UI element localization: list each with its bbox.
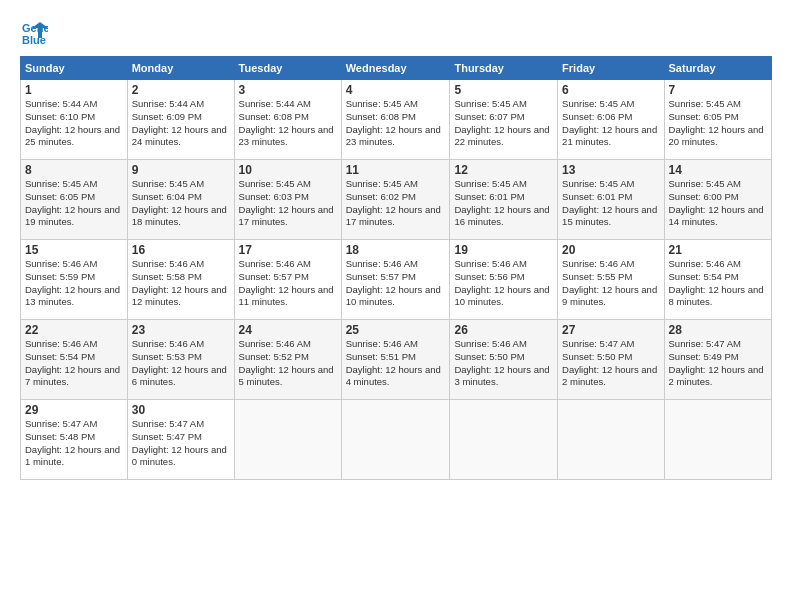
day-info: Sunrise: 5:47 AMSunset: 5:50 PMDaylight:… (562, 338, 657, 387)
calendar-cell: 21 Sunrise: 5:46 AMSunset: 5:54 PMDaylig… (664, 240, 771, 320)
calendar-cell: 4 Sunrise: 5:45 AMSunset: 6:08 PMDayligh… (341, 80, 450, 160)
column-header-friday: Friday (558, 57, 664, 80)
calendar-cell: 1 Sunrise: 5:44 AMSunset: 6:10 PMDayligh… (21, 80, 128, 160)
logo: General Blue (20, 18, 48, 46)
day-info: Sunrise: 5:45 AMSunset: 6:08 PMDaylight:… (346, 98, 441, 147)
calendar-cell: 18 Sunrise: 5:46 AMSunset: 5:57 PMDaylig… (341, 240, 450, 320)
calendar-cell: 28 Sunrise: 5:47 AMSunset: 5:49 PMDaylig… (664, 320, 771, 400)
calendar-header-row: SundayMondayTuesdayWednesdayThursdayFrid… (21, 57, 772, 80)
calendar-cell: 30 Sunrise: 5:47 AMSunset: 5:47 PMDaylig… (127, 400, 234, 480)
page-header: General Blue (20, 18, 772, 46)
week-row-5: 29 Sunrise: 5:47 AMSunset: 5:48 PMDaylig… (21, 400, 772, 480)
column-header-thursday: Thursday (450, 57, 558, 80)
day-number: 14 (669, 163, 767, 177)
calendar-table: SundayMondayTuesdayWednesdayThursdayFrid… (20, 56, 772, 480)
day-info: Sunrise: 5:44 AMSunset: 6:09 PMDaylight:… (132, 98, 227, 147)
day-number: 8 (25, 163, 123, 177)
day-info: Sunrise: 5:47 AMSunset: 5:47 PMDaylight:… (132, 418, 227, 467)
day-number: 28 (669, 323, 767, 337)
day-number: 1 (25, 83, 123, 97)
week-row-3: 15 Sunrise: 5:46 AMSunset: 5:59 PMDaylig… (21, 240, 772, 320)
day-number: 2 (132, 83, 230, 97)
calendar-cell: 15 Sunrise: 5:46 AMSunset: 5:59 PMDaylig… (21, 240, 128, 320)
column-header-tuesday: Tuesday (234, 57, 341, 80)
calendar-cell: 17 Sunrise: 5:46 AMSunset: 5:57 PMDaylig… (234, 240, 341, 320)
calendar-cell: 16 Sunrise: 5:46 AMSunset: 5:58 PMDaylig… (127, 240, 234, 320)
calendar-cell: 8 Sunrise: 5:45 AMSunset: 6:05 PMDayligh… (21, 160, 128, 240)
column-header-saturday: Saturday (664, 57, 771, 80)
day-info: Sunrise: 5:44 AMSunset: 6:08 PMDaylight:… (239, 98, 334, 147)
day-info: Sunrise: 5:46 AMSunset: 5:54 PMDaylight:… (25, 338, 120, 387)
day-number: 22 (25, 323, 123, 337)
calendar-cell: 11 Sunrise: 5:45 AMSunset: 6:02 PMDaylig… (341, 160, 450, 240)
svg-text:Blue: Blue (22, 34, 46, 46)
day-number: 27 (562, 323, 659, 337)
calendar-cell: 14 Sunrise: 5:45 AMSunset: 6:00 PMDaylig… (664, 160, 771, 240)
day-info: Sunrise: 5:45 AMSunset: 6:00 PMDaylight:… (669, 178, 764, 227)
calendar-cell (450, 400, 558, 480)
calendar-cell: 12 Sunrise: 5:45 AMSunset: 6:01 PMDaylig… (450, 160, 558, 240)
calendar-cell: 22 Sunrise: 5:46 AMSunset: 5:54 PMDaylig… (21, 320, 128, 400)
day-number: 23 (132, 323, 230, 337)
logo-icon: General Blue (20, 18, 48, 46)
day-info: Sunrise: 5:46 AMSunset: 5:59 PMDaylight:… (25, 258, 120, 307)
calendar-cell: 27 Sunrise: 5:47 AMSunset: 5:50 PMDaylig… (558, 320, 664, 400)
day-number: 9 (132, 163, 230, 177)
day-info: Sunrise: 5:45 AMSunset: 6:03 PMDaylight:… (239, 178, 334, 227)
day-number: 6 (562, 83, 659, 97)
day-number: 25 (346, 323, 446, 337)
day-number: 11 (346, 163, 446, 177)
calendar-cell: 19 Sunrise: 5:46 AMSunset: 5:56 PMDaylig… (450, 240, 558, 320)
day-number: 21 (669, 243, 767, 257)
calendar-cell (341, 400, 450, 480)
day-info: Sunrise: 5:46 AMSunset: 5:55 PMDaylight:… (562, 258, 657, 307)
day-info: Sunrise: 5:45 AMSunset: 6:01 PMDaylight:… (562, 178, 657, 227)
day-number: 16 (132, 243, 230, 257)
calendar-cell: 9 Sunrise: 5:45 AMSunset: 6:04 PMDayligh… (127, 160, 234, 240)
calendar-cell (558, 400, 664, 480)
day-number: 12 (454, 163, 553, 177)
day-info: Sunrise: 5:44 AMSunset: 6:10 PMDaylight:… (25, 98, 120, 147)
day-number: 30 (132, 403, 230, 417)
calendar-cell (234, 400, 341, 480)
day-number: 20 (562, 243, 659, 257)
day-info: Sunrise: 5:46 AMSunset: 5:50 PMDaylight:… (454, 338, 549, 387)
column-header-sunday: Sunday (21, 57, 128, 80)
day-info: Sunrise: 5:46 AMSunset: 5:52 PMDaylight:… (239, 338, 334, 387)
calendar-cell: 26 Sunrise: 5:46 AMSunset: 5:50 PMDaylig… (450, 320, 558, 400)
day-info: Sunrise: 5:46 AMSunset: 5:56 PMDaylight:… (454, 258, 549, 307)
day-number: 3 (239, 83, 337, 97)
day-number: 18 (346, 243, 446, 257)
day-info: Sunrise: 5:46 AMSunset: 5:54 PMDaylight:… (669, 258, 764, 307)
calendar-cell: 23 Sunrise: 5:46 AMSunset: 5:53 PMDaylig… (127, 320, 234, 400)
calendar-cell (664, 400, 771, 480)
calendar-cell: 2 Sunrise: 5:44 AMSunset: 6:09 PMDayligh… (127, 80, 234, 160)
column-header-monday: Monday (127, 57, 234, 80)
calendar-cell: 29 Sunrise: 5:47 AMSunset: 5:48 PMDaylig… (21, 400, 128, 480)
column-header-wednesday: Wednesday (341, 57, 450, 80)
week-row-2: 8 Sunrise: 5:45 AMSunset: 6:05 PMDayligh… (21, 160, 772, 240)
day-info: Sunrise: 5:45 AMSunset: 6:07 PMDaylight:… (454, 98, 549, 147)
day-number: 19 (454, 243, 553, 257)
day-number: 24 (239, 323, 337, 337)
week-row-4: 22 Sunrise: 5:46 AMSunset: 5:54 PMDaylig… (21, 320, 772, 400)
day-info: Sunrise: 5:45 AMSunset: 6:04 PMDaylight:… (132, 178, 227, 227)
day-info: Sunrise: 5:47 AMSunset: 5:49 PMDaylight:… (669, 338, 764, 387)
day-info: Sunrise: 5:45 AMSunset: 6:05 PMDaylight:… (669, 98, 764, 147)
day-number: 29 (25, 403, 123, 417)
calendar-cell: 10 Sunrise: 5:45 AMSunset: 6:03 PMDaylig… (234, 160, 341, 240)
day-info: Sunrise: 5:45 AMSunset: 6:06 PMDaylight:… (562, 98, 657, 147)
day-number: 15 (25, 243, 123, 257)
day-info: Sunrise: 5:45 AMSunset: 6:02 PMDaylight:… (346, 178, 441, 227)
calendar-cell: 25 Sunrise: 5:46 AMSunset: 5:51 PMDaylig… (341, 320, 450, 400)
day-number: 13 (562, 163, 659, 177)
calendar-cell: 20 Sunrise: 5:46 AMSunset: 5:55 PMDaylig… (558, 240, 664, 320)
day-number: 26 (454, 323, 553, 337)
day-info: Sunrise: 5:45 AMSunset: 6:05 PMDaylight:… (25, 178, 120, 227)
day-info: Sunrise: 5:46 AMSunset: 5:51 PMDaylight:… (346, 338, 441, 387)
day-info: Sunrise: 5:47 AMSunset: 5:48 PMDaylight:… (25, 418, 120, 467)
calendar-cell: 13 Sunrise: 5:45 AMSunset: 6:01 PMDaylig… (558, 160, 664, 240)
day-number: 7 (669, 83, 767, 97)
calendar-cell: 24 Sunrise: 5:46 AMSunset: 5:52 PMDaylig… (234, 320, 341, 400)
day-info: Sunrise: 5:45 AMSunset: 6:01 PMDaylight:… (454, 178, 549, 227)
